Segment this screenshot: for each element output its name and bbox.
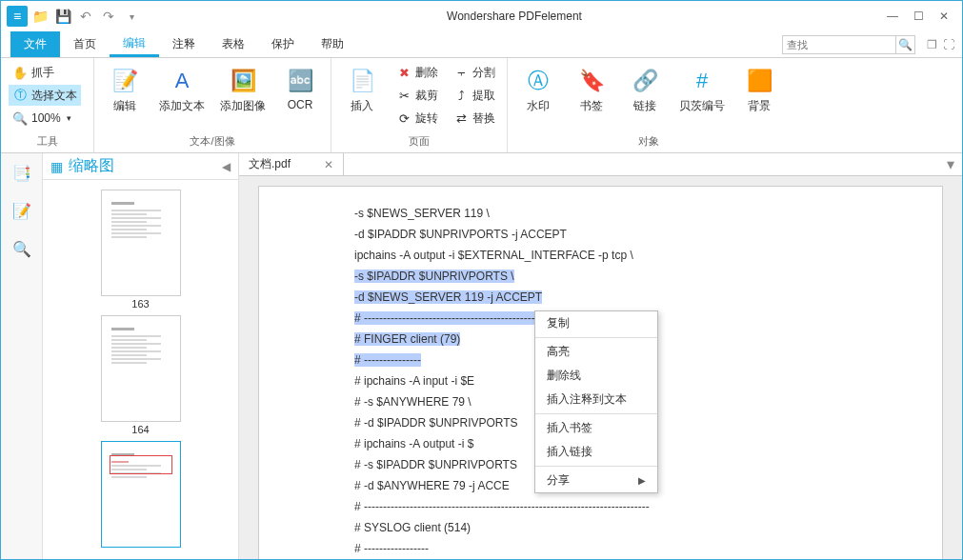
- watermark-button[interactable]: Ⓐ水印: [515, 62, 561, 118]
- ctx-add-note[interactable]: 插入注释到文本: [535, 388, 657, 411]
- bookmark-button[interactable]: 🔖书签: [569, 62, 614, 118]
- ctx-share[interactable]: 分享▶: [535, 469, 657, 492]
- ctx-addnote-label: 插入注释到文本: [547, 391, 627, 408]
- open-folder-icon[interactable]: 📁: [30, 6, 50, 27]
- select-text-label: 选择文本: [31, 88, 77, 104]
- ctx-addlink-label: 插入链接: [547, 444, 592, 460]
- ctx-add-link[interactable]: 插入链接: [535, 440, 657, 464]
- search-icon[interactable]: 🔍: [896, 35, 915, 54]
- code-line: # ipchains -A output -i $: [354, 437, 473, 450]
- qat-dropdown-icon[interactable]: ▾: [121, 6, 142, 27]
- restore-down-icon[interactable]: ❐: [927, 38, 937, 51]
- code-line: # -s $IPADDR $UNPRIVPORTS: [354, 458, 517, 471]
- edit-button[interactable]: 📝编辑: [102, 62, 148, 118]
- ocr-button[interactable]: 🔤OCR: [277, 62, 323, 115]
- link-label: 链接: [633, 98, 656, 114]
- selected-text: # ---------------: [354, 353, 421, 367]
- code-line: # -d $ANYWHERE 79 -j ACCE: [354, 479, 510, 492]
- tab-form[interactable]: 表格: [209, 31, 258, 57]
- code-line: # --------------------------------------…: [354, 500, 650, 513]
- selected-text: # FINGER client (79): [354, 332, 460, 346]
- window-mode-icons: ❐ ⛶: [919, 31, 962, 57]
- watermark-label: 水印: [527, 98, 550, 114]
- close-button[interactable]: ✕: [939, 10, 949, 23]
- expand-tabs-icon[interactable]: ▾: [939, 153, 962, 175]
- add-image-button[interactable]: 🖼️添加图像: [216, 62, 270, 118]
- code-line: ipchains -A output -i $EXTERNAL_INTERFAC…: [354, 249, 633, 262]
- select-text-tool[interactable]: Ⓣ选择文本: [9, 85, 81, 106]
- maximize-button[interactable]: ☐: [913, 10, 924, 23]
- code-line: # ipchains -A input -i $E: [354, 374, 474, 388]
- ctx-separator: [535, 337, 657, 338]
- tab-file[interactable]: 文件: [10, 31, 60, 57]
- thumbnail-item[interactable]: 163: [101, 190, 181, 310]
- thumbnail-panel: ▦ 缩略图 ◀ 163 164: [43, 153, 239, 559]
- undo-icon[interactable]: ↶: [75, 6, 96, 27]
- tab-home[interactable]: 首页: [60, 31, 110, 57]
- crop-button[interactable]: ✂裁剪: [392, 85, 442, 106]
- ctx-separator: [535, 466, 657, 467]
- ctx-highlight[interactable]: 高亮: [535, 340, 657, 364]
- delete-button[interactable]: ✖删除: [392, 62, 442, 83]
- thumbnail-icon: ▦: [50, 159, 63, 174]
- edit-icon: 📝: [112, 66, 138, 96]
- replace-button[interactable]: ⇄替换: [450, 108, 499, 129]
- tab-protect[interactable]: 保护: [258, 31, 308, 57]
- hand-label: 抓手: [31, 65, 54, 81]
- extract-button[interactable]: ⤴提取: [450, 85, 499, 106]
- ribbon-group-tool: ✋抓手 Ⓣ选择文本 🔍100%▾ 工具: [1, 58, 94, 152]
- selected-text: -s $IPADDR $UNPRIVPORTS \: [354, 270, 514, 283]
- save-icon[interactable]: 💾: [52, 6, 73, 27]
- tab-close-icon[interactable]: ✕: [324, 158, 333, 171]
- zoom-tool[interactable]: 🔍100%▾: [9, 108, 81, 129]
- thumbnail-close-icon[interactable]: ◀: [222, 160, 231, 173]
- minimize-button[interactable]: —: [887, 10, 898, 23]
- document-tab[interactable]: 文档.pdf ✕: [239, 153, 344, 175]
- split-label: 分割: [472, 65, 495, 81]
- hand-icon: ✋: [12, 65, 28, 80]
- annotation-panel-icon[interactable]: 📝: [10, 199, 33, 222]
- add-text-button[interactable]: A添加文本: [155, 62, 209, 118]
- search-input[interactable]: [782, 35, 896, 54]
- hand-tool[interactable]: ✋抓手: [9, 62, 81, 83]
- bookmark-panel-icon[interactable]: 📑: [10, 161, 33, 184]
- ribbon: ✋抓手 Ⓣ选择文本 🔍100%▾ 工具 📝编辑 A添加文本 🖼️添加图像 🔤OC…: [1, 58, 962, 153]
- thumbnail-list[interactable]: 163 164: [43, 180, 238, 559]
- extract-label: 提取: [472, 88, 495, 104]
- context-menu: 复制 高亮 删除线 插入注释到文本 插入书签 插入链接 分享▶: [534, 310, 658, 493]
- link-button[interactable]: 🔗链接: [622, 62, 668, 118]
- ocr-label: OCR: [288, 98, 313, 111]
- replace-icon: ⇄: [453, 110, 469, 126]
- redo-icon[interactable]: ↷: [98, 6, 119, 27]
- search-panel-icon[interactable]: 🔍: [10, 237, 33, 260]
- crop-label: 裁剪: [415, 88, 438, 104]
- add-text-label: 添加文本: [159, 98, 205, 114]
- thumbnail-item[interactable]: [101, 441, 181, 548]
- tab-comment[interactable]: 注释: [159, 31, 209, 57]
- app-menu-icon[interactable]: ≡: [7, 6, 28, 27]
- thumbnail-item[interactable]: 164: [101, 315, 181, 435]
- extract-icon: ⤴: [453, 88, 469, 103]
- group-label-textimage: 文本/图像: [102, 134, 323, 150]
- rotate-label: 旋转: [415, 110, 438, 127]
- ctx-strikeout[interactable]: 删除线: [535, 364, 657, 388]
- document-tab-label: 文档.pdf: [249, 156, 291, 172]
- background-button[interactable]: 🟧背景: [736, 62, 782, 118]
- ctx-copy-label: 复制: [547, 315, 570, 331]
- ctx-copy[interactable]: 复制: [535, 311, 657, 335]
- tab-help[interactable]: 帮助: [308, 31, 357, 57]
- background-label: 背景: [748, 98, 771, 114]
- replace-label: 替换: [472, 110, 495, 127]
- insert-button[interactable]: 📄插入: [339, 62, 385, 118]
- bookmark-icon: 🔖: [579, 66, 605, 96]
- fullscreen-icon[interactable]: ⛶: [943, 38, 954, 51]
- workspace: 📑 📝 🔍 ▦ 缩略图 ◀ 163 164 文档.pdf: [1, 153, 962, 559]
- edit-label: 编辑: [113, 98, 136, 114]
- bates-icon: #: [696, 66, 708, 96]
- split-button[interactable]: ⫟分割: [450, 62, 499, 83]
- rotate-button[interactable]: ⟳旋转: [392, 108, 442, 129]
- thumbnail-title: 缩略图: [69, 156, 114, 176]
- tab-edit[interactable]: 编辑: [110, 31, 159, 57]
- ctx-add-bookmark[interactable]: 插入书签: [535, 416, 657, 440]
- bates-button[interactable]: #贝茨编号: [675, 62, 729, 118]
